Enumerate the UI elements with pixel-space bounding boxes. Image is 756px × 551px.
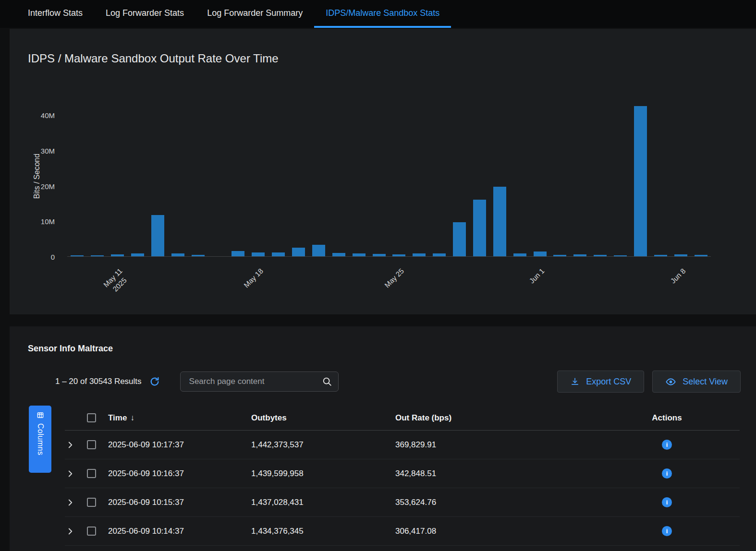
cell-time: 2025-06-09 10:14:37 [105, 527, 248, 536]
x-tick-label-line: May 25 [382, 266, 406, 290]
chevron-right-icon [68, 441, 73, 449]
column-header-out-rate[interactable]: Out Rate (bps) [392, 413, 594, 423]
export-csv-label: Export CSV [586, 377, 631, 387]
section-title: Sensor Info Maltrace [28, 344, 113, 354]
table-row: 2025-06-09 10:17:371,442,373,537369,829.… [65, 431, 740, 459]
search-box [180, 371, 339, 392]
chart-bar [654, 255, 667, 256]
column-header-time[interactable]: Time ↓ [105, 413, 248, 423]
chart-x-axis: May 112025May 18May 25Jun 1Jun 8 [67, 263, 711, 311]
chart-bar [392, 254, 405, 256]
cell-out-rate: 306,417.08 [392, 527, 594, 536]
row-expand-button[interactable] [65, 527, 84, 535]
x-tick-label: May 18 [242, 266, 265, 290]
table-panel: Sensor Info Maltrace 1 – 20 of 30543 Res… [10, 326, 756, 551]
row-checkbox-cell [84, 498, 105, 507]
tab-log-forwarder-stats[interactable]: Log Forwarder Stats [94, 0, 195, 28]
chart-bar [272, 252, 285, 256]
chart-bar [674, 254, 687, 256]
eye-icon [665, 376, 676, 387]
y-tick-label: 30M [41, 146, 55, 155]
chart-bar [413, 253, 426, 256]
select-view-label: Select View [683, 377, 728, 387]
chart-bar [71, 255, 84, 256]
tab-idps-malware-sandbox-stats[interactable]: IDPS/Malware Sandbox Stats [314, 0, 451, 28]
info-icon[interactable]: i [662, 497, 672, 507]
chart-bar [513, 253, 526, 256]
row-checkbox[interactable] [87, 527, 96, 536]
row-checkbox[interactable] [87, 498, 96, 507]
row-expand-button[interactable] [65, 441, 84, 449]
search-icon [322, 376, 332, 387]
chart-bar [131, 253, 144, 256]
column-header-outbytes[interactable]: Outbytes [248, 413, 392, 423]
x-tick-label: May 25 [382, 266, 406, 290]
search-input[interactable] [188, 376, 322, 387]
table-row: 2025-06-09 10:14:371,434,376,345306,417.… [65, 517, 740, 546]
chart-bar [553, 255, 566, 256]
info-icon[interactable]: i [662, 526, 672, 536]
chart-title: IDPS / Malware Sandbox Output Rate Over … [28, 52, 279, 65]
cell-time: 2025-06-09 10:17:37 [105, 440, 248, 450]
chart-bar [614, 255, 627, 256]
x-tick-label: Jun 1 [527, 266, 547, 286]
info-icon[interactable]: i [662, 468, 672, 479]
tab-bar: Interflow StatsLog Forwarder StatsLog Fo… [0, 0, 756, 28]
chart-bar [232, 251, 244, 256]
chart-y-axis: 010M20M30M40M [10, 96, 61, 257]
results-count: 1 – 20 of 30543 Results [55, 377, 142, 386]
table-header: Time ↓ Outbytes Out Rate (bps) Actions [65, 406, 740, 431]
x-tick-label: Jun 8 [668, 266, 687, 286]
chart-bar [252, 252, 265, 256]
chevron-right-icon [68, 499, 73, 506]
cell-out-rate: 353,624.76 [392, 498, 594, 507]
x-tick-label-line: May 18 [242, 266, 265, 290]
row-expand-button[interactable] [65, 470, 84, 478]
chart-bar [473, 200, 486, 256]
cell-out-rate: 342,848.51 [392, 469, 594, 479]
tab-interflow-stats[interactable]: Interflow Stats [16, 0, 94, 28]
tab-log-forwarder-summary[interactable]: Log Forwarder Summary [195, 0, 314, 28]
chart-bar [594, 255, 607, 256]
cell-out-rate: 369,829.91 [392, 440, 594, 450]
download-icon [570, 377, 580, 386]
chart-bar [91, 255, 104, 256]
chart-bar [433, 253, 446, 256]
columns-button[interactable]: Columns [29, 406, 51, 473]
chart-bar [353, 253, 366, 256]
chart-bar [493, 187, 506, 256]
table-body: 2025-06-09 10:17:371,442,373,537369,829.… [65, 431, 740, 546]
cell-actions: i [594, 526, 740, 536]
sort-desc-icon: ↓ [130, 413, 134, 423]
select-all-checkbox[interactable] [87, 413, 96, 422]
column-header-actions: Actions [594, 413, 740, 423]
columns-grid-icon [37, 411, 44, 419]
row-expand-button[interactable] [65, 499, 84, 506]
cell-time: 2025-06-09 10:15:37 [105, 498, 248, 507]
export-csv-button[interactable]: Export CSV [557, 371, 644, 393]
columns-button-label: Columns [36, 423, 45, 455]
row-checkbox-cell [84, 440, 105, 449]
row-checkbox[interactable] [87, 469, 96, 478]
chart-bar [111, 254, 124, 256]
cell-outbytes: 1,439,599,958 [248, 469, 392, 479]
chevron-right-icon [68, 470, 73, 478]
cell-time: 2025-06-09 10:16:37 [105, 469, 248, 479]
y-tick-label: 10M [41, 217, 55, 226]
chart-bar [192, 255, 205, 256]
chart-bar [312, 245, 325, 256]
y-tick-label: 20M [41, 182, 55, 190]
header-checkbox-cell [84, 413, 105, 422]
x-tick-label-line: Jun 8 [668, 266, 687, 286]
select-view-button[interactable]: Select View [652, 371, 741, 393]
refresh-button[interactable] [149, 376, 160, 387]
table-row: 2025-06-09 10:15:371,437,028,431353,624.… [65, 488, 740, 517]
table-toolbar: 1 – 20 of 30543 Results Export CSV Selec… [10, 370, 756, 394]
info-icon[interactable]: i [662, 440, 672, 450]
cell-actions: i [594, 497, 740, 507]
row-checkbox[interactable] [87, 440, 96, 449]
chart-bar [332, 253, 345, 256]
y-tick-label: 40M [41, 111, 55, 120]
chart-bar [695, 255, 707, 256]
chevron-right-icon [68, 527, 73, 535]
